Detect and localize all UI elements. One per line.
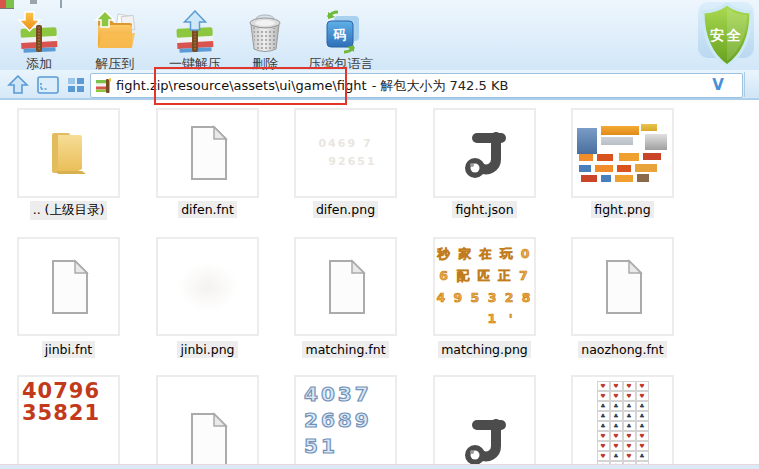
window-bottom-edge — [0, 464, 759, 469]
delete-button[interactable]: 删除 — [238, 9, 292, 73]
file-tile-json[interactable] — [433, 375, 536, 469]
file-tile-cards[interactable]: ♥♥♥♥♥♥♥♥♣♣♣♣♣♣♣♣♣♣♣♣♥♥♥♥♥♥♥♥♥♣♥♣♣♣♣♣♣♣♣♣ — [571, 375, 674, 469]
file-tile-doc[interactable] — [156, 375, 259, 469]
one-click-extract-button[interactable]: 一键解压 — [154, 9, 236, 73]
archive-manager-window: 添加 解压到 — [0, 0, 759, 469]
file-label: difen.png — [294, 201, 397, 218]
file-label: naozhong.fnt — [571, 341, 674, 358]
up-arrow-button[interactable] — [6, 75, 30, 95]
faint-digits-thumbnail: 0469 7 92651 — [314, 135, 376, 170]
extract-to-button[interactable]: 解压到 — [76, 9, 154, 73]
file-tile-matching-fnt[interactable] — [294, 237, 397, 336]
file-list: .. (上级目录) difen.fnt 0469 7 92651 difen.p… — [0, 100, 759, 469]
file-tile-difen-fnt[interactable] — [156, 108, 259, 198]
faint-blank-thumbnail — [178, 262, 238, 312]
file-tile-matching-png[interactable]: 秒 家 在 玩 0 6 配 匹 正 7 4 9 5 3 2 8 1 ' — [433, 237, 536, 336]
file-label: fight.json — [433, 201, 536, 218]
file-tile-fight-json[interactable] — [433, 108, 536, 198]
file-label: matching.fnt — [294, 341, 397, 358]
file-label: fight.png — [571, 201, 674, 218]
security-badge[interactable]: 安全 安全 — [696, 0, 758, 74]
folder-icon — [42, 127, 96, 179]
svg-text:码: 码 — [333, 27, 347, 42]
red-digits-thumbnail: 40796 35821 — [19, 377, 100, 424]
file-label: jinbi.fnt — [17, 341, 120, 358]
address-bar: fight.zip\resource\assets\ui\game\fight … — [0, 70, 759, 100]
sprite-sheet-thumbnail — [575, 120, 670, 186]
extract-to-folder-icon — [76, 9, 154, 54]
address-input[interactable]: fight.zip\resource\assets\ui\game\fight … — [90, 73, 743, 98]
unpacked-size-text: - 解包大小为 742.5 KB — [372, 77, 509, 95]
document-icon — [186, 412, 230, 468]
json-file-icon — [457, 412, 513, 468]
file-tile-red-digits[interactable]: 40796 35821 — [17, 375, 120, 469]
archive-language-button[interactable]: 码 压缩包语言 — [294, 9, 388, 73]
gold-glyphs-thumbnail: 秒 家 在 玩 0 6 配 匹 正 7 4 9 5 3 2 8 1 ' — [437, 243, 533, 331]
svg-text:安全: 安全 — [710, 27, 744, 43]
one-click-extract-icon — [154, 9, 236, 54]
titlebar-fragment — [30, 0, 37, 4]
json-file-icon — [457, 125, 513, 181]
file-tile-parent-dir[interactable] — [17, 108, 120, 198]
document-icon — [601, 259, 645, 315]
address-dropdown-button[interactable]: V — [708, 76, 728, 94]
file-label: .. (上级目录) — [17, 201, 120, 220]
document-icon — [324, 259, 368, 315]
file-tile-naozhong-fnt[interactable] — [571, 237, 674, 336]
titlebar-fragment — [60, 0, 62, 8]
shield-icon: 安全 — [696, 0, 758, 74]
trash-icon — [238, 9, 292, 54]
blue-digits-thumbnail: 4037 2689 51 — [296, 377, 372, 459]
view-panel-button[interactable] — [36, 75, 60, 95]
file-tile-jinbi-png[interactable] — [156, 237, 259, 336]
playing-cards-thumbnail: ♥♥♥♥♥♥♥♥♣♣♣♣♣♣♣♣♣♣♣♣♥♥♥♥♥♥♥♥♥♣♥♣♣♣♣♣♣♣♣♣ — [597, 381, 649, 469]
file-tile-difen-png[interactable]: 0469 7 92651 — [294, 108, 397, 198]
toolbar: 添加 解压到 — [0, 0, 759, 70]
document-icon — [47, 259, 91, 315]
address-bar-edge-button[interactable] — [744, 72, 759, 97]
archive-path: fight.zip\resource\assets\ui\game\fight — [116, 78, 367, 93]
add-archive-icon — [2, 9, 76, 54]
file-label: difen.fnt — [156, 201, 259, 218]
file-label: jinbi.png — [156, 341, 259, 358]
grid-view-button[interactable] — [66, 75, 88, 95]
file-label: matching.png — [433, 341, 536, 358]
add-button[interactable]: 添加 — [2, 9, 76, 73]
archive-file-icon — [95, 78, 112, 94]
archive-language-icon: 码 — [294, 9, 388, 54]
document-icon — [186, 125, 230, 181]
app-icon — [0, 0, 14, 9]
file-tile-blue-digits[interactable]: 4037 2689 51 — [294, 375, 397, 469]
file-tile-fight-png[interactable] — [571, 108, 674, 198]
file-tile-jinbi-fnt[interactable] — [17, 237, 120, 336]
